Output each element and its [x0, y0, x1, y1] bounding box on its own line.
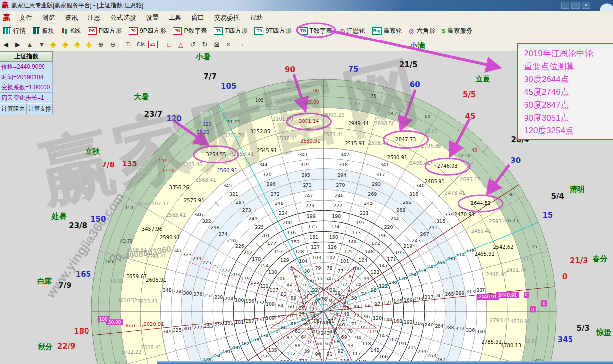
- winner-service-label: 赢家服务: [447, 27, 472, 35]
- app-window: 赢 赢家江恩专业版[赢家服务平台] - [上证指数 江恩轮] ─□✕ 赢 文件浏…: [0, 0, 613, 364]
- toolbar-button-quotes[interactable]: 行情: [0, 25, 29, 37]
- tool-forward[interactable]: ▶: [12, 39, 23, 50]
- tool-t-down[interactable]: T↓: [124, 39, 134, 50]
- minimize-button[interactable]: ─: [561, 2, 569, 9]
- toolbar-button-p-table[interactable]: PNP数字表: [169, 25, 210, 37]
- menu-item-3[interactable]: 江恩: [83, 14, 105, 21]
- hexagon-label: 六角形: [416, 27, 435, 35]
- toolbar-button-9t-square[interactable]: T99T四方形: [251, 25, 295, 37]
- tool-delete-box[interactable]: ⊠: [211, 39, 222, 50]
- p-table-label: P数字表: [184, 27, 207, 35]
- tool-rotate-ccw[interactable]: ↺: [187, 39, 198, 50]
- toolbar-button-winner-wheel[interactable]: Big赢家轮: [369, 25, 406, 37]
- annotation-line-2: 30度2644点: [524, 73, 613, 86]
- calc-support-button[interactable]: 计算支撑: [27, 103, 53, 114]
- tool-pan-right[interactable]: ◆→: [60, 39, 71, 50]
- menu-item-0[interactable]: 文件: [14, 14, 37, 21]
- tool-up[interactable]: ▲: [24, 39, 35, 50]
- t-square-label: T四方形: [225, 27, 247, 35]
- toolbar-separator: [161, 40, 161, 49]
- app-icon: 赢: [2, 1, 9, 10]
- main-toolbar: 行情板块K线PSP四方形P99P四方形PNP数字表T3T四方形T99T四方形TN…: [0, 24, 613, 38]
- tool-zoom-in[interactable]: ⊕: [95, 39, 106, 50]
- 9t-square-label: 9T四方形: [265, 27, 291, 35]
- tool-shrink[interactable]: ✕: [223, 39, 234, 50]
- tool-pan-up[interactable]: ◆↑: [72, 39, 83, 50]
- menu-item-9[interactable]: 帮助: [245, 14, 267, 21]
- toolbar-separator: [121, 40, 121, 49]
- t-square-icon: T3: [214, 27, 223, 35]
- tool-down[interactable]: ▼: [36, 39, 47, 50]
- quotes-label: 行情: [13, 27, 26, 35]
- annotation-line-0: 2019年江恩轮中轮: [524, 47, 613, 60]
- annotation-line-1: 重要点位测算: [524, 60, 613, 73]
- gann-wheel-icon: ◎: [339, 27, 345, 35]
- tool-rotate-cw[interactable]: ↻: [199, 39, 210, 50]
- menu-logo-icon: 赢: [3, 13, 10, 22]
- toolbar-button-sectors[interactable]: 板块: [29, 25, 58, 37]
- menu-item-5[interactable]: 设置: [141, 14, 164, 21]
- panel-row-0: 价格=2440.9099: [0, 62, 53, 72]
- quotes-icon: [3, 27, 11, 34]
- 9p-square-icon: P9: [129, 27, 138, 35]
- annotation-box: 2019年江恩轮中轮重要点位测算30度2644点45度2746点60度2847点…: [517, 43, 613, 140]
- panel-buttons: 计算阻力计算支撑: [0, 103, 53, 114]
- winner-wheel-label: 赢家轮: [384, 27, 402, 35]
- close-button[interactable]: ✕: [582, 2, 590, 9]
- toolbar-button-t-square[interactable]: T3T四方形: [210, 25, 251, 37]
- menu-item-2[interactable]: 资讯: [60, 14, 83, 21]
- toolbar-button-p-square[interactable]: PSP四方形: [84, 25, 125, 37]
- p-square-icon: PS: [88, 27, 97, 35]
- panel-row-1: 时间=20190104: [0, 72, 53, 82]
- tool-back[interactable]: ◀: [0, 39, 11, 50]
- annotation-line-5: 90度3051点: [524, 112, 613, 124]
- toolbar-button-winner-service[interactable]: $赢家服务: [438, 25, 476, 37]
- gann-wheel-label: 江恩轮: [347, 27, 365, 35]
- t-table-label: T数字表: [310, 27, 332, 35]
- menu-item-1[interactable]: 浏览: [37, 14, 60, 21]
- sectors-label: 板块: [42, 27, 54, 35]
- panel-rows: 价格=2440.9099时间=20190104变换系数=1.00000周天变化步…: [0, 62, 53, 103]
- window-buttons: ─□✕: [561, 2, 590, 9]
- tool-board[interactable]: ▭: [235, 39, 246, 50]
- toolbar-button-hexagon[interactable]: ◎六角形: [405, 25, 438, 37]
- symbol-name: 上证指数: [0, 51, 53, 62]
- menu-items: 文件浏览资讯江恩公式选股设置工具窗口交易委托帮助: [14, 13, 267, 22]
- p-square-label: P四方形: [99, 27, 122, 35]
- toolbar-button-9p-square[interactable]: P99P四方形: [125, 25, 170, 37]
- tool-pan-down[interactable]: ◆↓: [84, 39, 94, 50]
- menu-bar: 赢 文件浏览资讯江恩公式选股设置工具窗口交易委托帮助: [0, 11, 613, 24]
- annotation-line-6: 120度3254点: [524, 124, 613, 137]
- panel-row-3: 周天变化步长=1: [0, 93, 53, 103]
- 9p-square-label: 9P四方形: [140, 27, 166, 35]
- tool-rect-tool[interactable]: □: [164, 39, 175, 50]
- calc-resistance-button[interactable]: 计算阻力: [0, 103, 27, 114]
- tool-zoom-out[interactable]: ⊖: [107, 39, 118, 50]
- info-panel: 上证指数 价格=2440.9099时间=20190104变换系数=1.00000…: [0, 51, 53, 114]
- menu-item-8[interactable]: 交易委托: [209, 14, 245, 21]
- toolbar-button-kline[interactable]: K线: [58, 25, 84, 37]
- t-table-icon: TN: [299, 27, 308, 35]
- toolbar-button-t-table[interactable]: TNT数字表: [295, 25, 336, 37]
- tool-triangle-tool[interactable]: △: [175, 39, 186, 50]
- kline-icon: [61, 28, 68, 34]
- annotation-line-3: 45度2746点: [524, 86, 613, 99]
- menu-item-7[interactable]: 窗口: [186, 14, 209, 21]
- tool-pan-left[interactable]: ◆←: [48, 39, 59, 50]
- 9t-square-icon: T9: [254, 27, 263, 35]
- toolbar-button-gann-wheel[interactable]: ◎江恩轮: [336, 25, 369, 37]
- tool-cls[interactable]: Cls: [135, 39, 146, 50]
- hexagon-icon: ◎: [409, 27, 414, 35]
- panel-row-2: 变换系数=1.00000: [0, 82, 53, 93]
- taskbar-strip: [157, 361, 613, 364]
- winner-wheel-icon: Big: [372, 27, 382, 35]
- sectors-icon: [33, 27, 40, 34]
- winner-service-icon: $: [442, 27, 445, 35]
- maximize-button[interactable]: □: [571, 2, 580, 9]
- p-table-icon: PN: [173, 27, 182, 35]
- annotation-line-4: 60度2847点: [524, 99, 613, 112]
- tool-calendar[interactable]: 21: [147, 39, 158, 50]
- menu-item-6[interactable]: 工具: [164, 14, 186, 21]
- menu-item-4[interactable]: 公式选股: [105, 14, 141, 21]
- window-title: 赢家江恩专业版[赢家服务平台] - [上证指数 江恩轮]: [11, 1, 143, 10]
